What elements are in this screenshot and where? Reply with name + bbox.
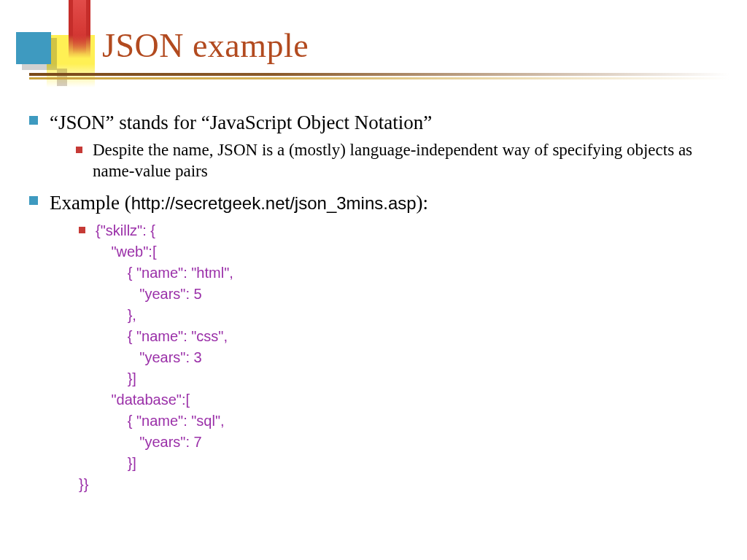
bullet-2-text: Example (http://secretgeek.net/json_3min… [50, 190, 428, 216]
code-line: }, [79, 305, 715, 326]
bullet-1-sub-text: Despite the name, JSON is a (mostly) lan… [93, 140, 715, 182]
decor-rule-dark [29, 73, 729, 76]
bullet-icon [79, 227, 85, 233]
bullet-2-prefix: Example ( [50, 192, 131, 214]
bullet-2-suffix: ): [417, 192, 429, 214]
example-url: http://secretgeek.net/json_3mins.asp [131, 193, 417, 213]
code-line: }} [79, 474, 715, 495]
bullet-1-sub: Despite the name, JSON is a (mostly) lan… [76, 140, 715, 182]
decor-red-bar-highlight [73, 0, 86, 54]
code-line: { "name": "sql", [79, 411, 715, 432]
code-line: "years": 3 [79, 347, 715, 368]
code-line: "years": 5 [79, 284, 715, 305]
code-line: "database":[ [79, 389, 715, 411]
code-line: "years": 7 [79, 432, 715, 453]
bullet-icon [29, 196, 38, 205]
bullet-1: “JSON” stands for “JavaScript Object Not… [29, 109, 715, 136]
code-line: "web":[ [79, 241, 715, 262]
code-line: { "name": "css", [79, 326, 715, 347]
code-line: { "name": "html", [79, 262, 715, 284]
decor-teal-square [16, 32, 51, 64]
bullet-icon [76, 147, 82, 153]
bullet-1-text: “JSON” stands for “JavaScript Object Not… [50, 109, 432, 136]
code-line-1-row: {"skillz": { [79, 220, 715, 241]
decor-rule-gold [29, 77, 729, 79]
bullet-icon [29, 116, 38, 125]
slide: JSON example “JSON” stands for “JavaScri… [0, 0, 747, 560]
code-block: {"skillz": { "web":[ { "name": "html", "… [79, 220, 715, 495]
code-line: }] [79, 368, 715, 389]
slide-body: “JSON” stands for “JavaScript Object Not… [29, 109, 715, 495]
code-line: }] [79, 453, 715, 474]
code-line: {"skillz": { [96, 220, 155, 241]
slide-title: JSON example [102, 26, 309, 65]
bullet-2: Example (http://secretgeek.net/json_3min… [29, 190, 715, 216]
